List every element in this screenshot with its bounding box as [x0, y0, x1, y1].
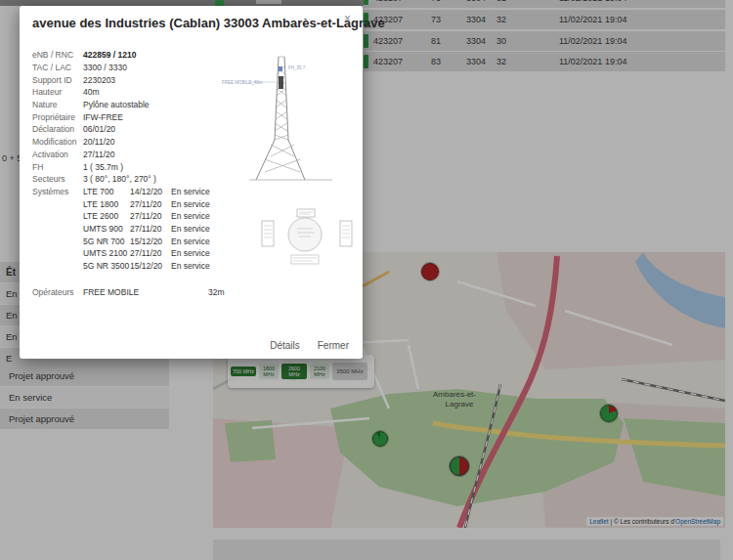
- system-row: LTE 180027/11/20En service: [32, 197, 242, 210]
- field-value: 27/11/20: [83, 150, 114, 159]
- system-name: UMTS 2100: [83, 248, 130, 258]
- system-row: 5G NR 70015/12/20En service: [32, 235, 242, 247]
- field-value: 2230203: [83, 75, 115, 85]
- field-row: Support ID2230203: [32, 73, 242, 86]
- field-value: 3300 / 3330: [83, 63, 127, 72]
- system-name: LTE 700: [83, 187, 130, 196]
- field-row: TAC / LAC3300 / 3330: [32, 62, 242, 74]
- field-label: Secteurs: [32, 174, 83, 184]
- system-name: LTE 1800: [83, 199, 130, 209]
- system-status: En service: [171, 261, 210, 271]
- tower-label-left: FREE MOBILE_40m: [222, 80, 263, 85]
- site-details-modal: avenue des Industries (Cablan) 33003 Amb…: [20, 6, 363, 359]
- field-value: Pylône autostable: [83, 100, 150, 109]
- field-label: Nature: [32, 100, 83, 109]
- field-value: 40m: [83, 87, 100, 97]
- system-row: LTE 260027/11/20En service: [32, 210, 242, 223]
- field-row: Déclaration06/01/20: [32, 123, 242, 136]
- field-label: TAC / LAC: [32, 63, 83, 72]
- field-label: Propriétaire: [32, 112, 83, 122]
- system-date: 27/11/20: [130, 224, 171, 234]
- system-status: En service: [171, 187, 210, 196]
- field-row: PropriétaireIFW-FREE: [32, 110, 242, 123]
- operator-name: FREE MOBILE: [83, 287, 208, 297]
- system-date: 27/11/20: [130, 199, 171, 209]
- field-row: Modification20/11/20: [32, 136, 242, 149]
- field-value: 1 ( 35.7m ): [83, 162, 123, 172]
- field-label: Activation: [32, 150, 83, 159]
- system-status: En service: [171, 237, 210, 246]
- system-date: 27/11/20: [130, 211, 171, 221]
- field-label: Systèmes: [32, 187, 83, 196]
- field-label: eNB / RNC: [32, 50, 83, 60]
- field-label: Déclaration: [32, 124, 83, 134]
- close-icon[interactable]: ×: [344, 12, 351, 25]
- system-status: En service: [171, 211, 210, 221]
- field-label: Opérateurs: [32, 287, 83, 297]
- field-label: FH: [32, 162, 83, 172]
- close-button[interactable]: Fermer: [318, 340, 349, 351]
- field-value: 3 ( 80°, 180°, 270° ): [83, 174, 156, 184]
- system-date: 15/12/20: [130, 237, 171, 246]
- system-status: En service: [171, 224, 210, 234]
- system-name: 5G NR 700: [83, 237, 130, 246]
- operator-distance: 32m: [208, 287, 225, 297]
- page: 4232077333043111/02/2021 19:044232077333…: [0, 0, 733, 560]
- field-value: 20/11/20: [83, 137, 114, 147]
- system-date: 15/12/20: [130, 261, 171, 271]
- system-row: UMTS 90027/11/20En service: [32, 223, 242, 236]
- tower-drawing-icon: FREE MOBILE_40m FH_35.7: [220, 47, 366, 194]
- operators-row: OpérateursFREE MOBILE32m: [32, 285, 242, 298]
- field-value: 422859 / 1210: [83, 50, 136, 60]
- system-name: LTE 2600: [83, 211, 130, 221]
- field-row: NaturePylône autostable: [32, 99, 242, 111]
- field-row: FH1 ( 35.7m ): [32, 160, 242, 173]
- system-row: SystèmesLTE 70014/12/20En service: [32, 186, 242, 198]
- modal-title: avenue des Industries (Cablan) 33003 Amb…: [32, 16, 385, 30]
- field-row: Hauteur40m: [32, 86, 242, 99]
- sector-diagram-icon: [254, 207, 362, 268]
- field-value: 06/01/20: [83, 124, 115, 134]
- system-row: UMTS 210027/11/20En service: [32, 247, 242, 260]
- field-row: Secteurs3 ( 80°, 180°, 270° ): [32, 173, 242, 186]
- system-status: En service: [171, 199, 210, 209]
- system-date: 14/12/20: [130, 187, 171, 196]
- tower-label-right: FH_35.7: [288, 65, 306, 70]
- field-label: Modification: [32, 137, 83, 147]
- field-row: eNB / RNC422859 / 1210: [32, 49, 242, 62]
- field-label: Support ID: [32, 75, 83, 85]
- field-label: Hauteur: [32, 87, 83, 97]
- field-row: Activation27/11/20: [32, 149, 242, 161]
- system-name: 5G NR 3500: [83, 261, 130, 271]
- system-status: En service: [171, 248, 210, 258]
- system-name: UMTS 900: [83, 224, 130, 234]
- system-date: 27/11/20: [130, 248, 171, 258]
- field-value: IFW-FREE: [83, 112, 123, 122]
- site-fields: eNB / RNC422859 / 1210TAC / LAC3300 / 33…: [32, 49, 242, 298]
- system-row: 5G NR 350015/12/20En service: [32, 260, 242, 273]
- details-button[interactable]: Détails: [270, 340, 300, 351]
